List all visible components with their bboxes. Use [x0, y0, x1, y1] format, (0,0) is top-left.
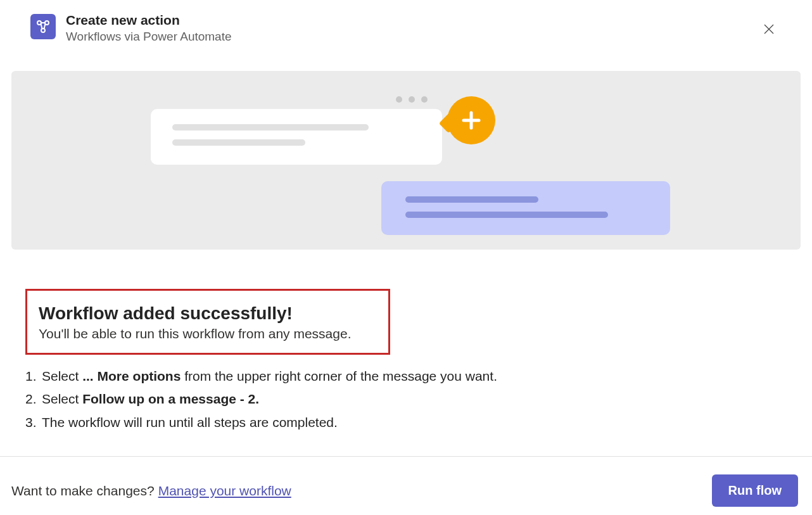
- plus-icon: [447, 96, 495, 144]
- step-3: The workflow will run until all steps ar…: [25, 412, 787, 433]
- close-icon: [763, 23, 775, 35]
- footer-prompt: Want to make changes?: [11, 483, 155, 499]
- close-button[interactable]: [760, 20, 778, 38]
- success-title: Workflow added successfully!: [39, 303, 374, 324]
- illustration-message-card: [151, 109, 442, 165]
- run-flow-button[interactable]: Run flow: [712, 474, 798, 507]
- dialog-footer: Want to make changes? Manage your workfl…: [0, 456, 812, 507]
- illustration-reply-card: [381, 181, 670, 235]
- step-2: Select Follow up on a message - 2.: [25, 389, 787, 410]
- workflow-icon: [30, 14, 56, 39]
- step-1: Select ... More options from the upper r…: [25, 366, 787, 387]
- dialog-subtitle: Workflows via Power Automate: [66, 29, 232, 46]
- instruction-steps: Select ... More options from the upper r…: [25, 366, 787, 433]
- manage-workflow-link[interactable]: Manage your workflow: [158, 483, 291, 499]
- dialog-title: Create new action: [66, 11, 232, 29]
- ellipsis-icon: [396, 96, 428, 103]
- success-callout: Workflow added successfully! You'll be a…: [25, 289, 390, 355]
- svg-point-2: [41, 29, 45, 32]
- dialog-header: Create new action Workflows via Power Au…: [0, 0, 812, 53]
- illustration-panel: [11, 71, 801, 250]
- success-description: You'll be able to run this workflow from…: [39, 326, 374, 341]
